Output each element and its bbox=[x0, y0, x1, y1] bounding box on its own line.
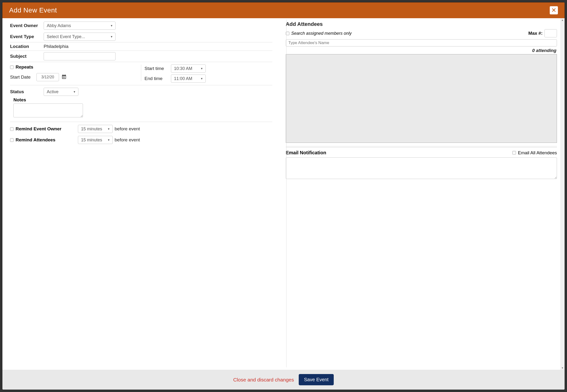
row-email-notification: Email Notification Email All Attendees bbox=[286, 150, 557, 155]
left-column: Event Owner Abby Adams Event Type Select… bbox=[10, 18, 278, 365]
label-attending-count: 0 attending bbox=[286, 48, 556, 53]
label-start-time: Start time bbox=[145, 66, 169, 71]
label-email-notification: Email Notification bbox=[286, 150, 326, 155]
schedule-left: Repeats Start Date bbox=[10, 64, 141, 81]
select-status-value: Active bbox=[47, 89, 58, 94]
select-end-time-value: 11:00 AM bbox=[174, 76, 192, 81]
select-end-time[interactable]: 11:00 AM bbox=[171, 74, 206, 83]
checkbox-repeats[interactable] bbox=[10, 65, 14, 69]
select-event-type[interactable]: Select Event Type... bbox=[44, 33, 116, 41]
label-email-all: Email All Attendees bbox=[518, 150, 557, 155]
input-subject[interactable] bbox=[44, 52, 116, 60]
scrollbar[interactable]: ▲ ▼ bbox=[560, 18, 565, 370]
label-repeats: Repeats bbox=[15, 64, 33, 70]
row-location: Location Philadelphia bbox=[10, 42, 272, 51]
checkbox-remind-attendees[interactable] bbox=[10, 138, 14, 142]
scroll-up-icon: ▲ bbox=[561, 19, 564, 21]
title-add-attendees: Add Attendees bbox=[286, 21, 557, 27]
textarea-notes[interactable] bbox=[14, 103, 83, 117]
label-remind-owner: Remind Event Owner bbox=[15, 126, 78, 132]
input-start-date[interactable] bbox=[36, 73, 59, 81]
schedule-right: Start time 10:30 AM End time 11:00 AM bbox=[141, 64, 272, 83]
text-before-event-2: before event bbox=[115, 137, 140, 142]
select-event-owner-value: Abby Adams bbox=[47, 23, 71, 28]
row-remind-owner: Remind Event Owner 15 minutes before eve… bbox=[10, 122, 272, 134]
label-start-date: Start Date bbox=[10, 74, 34, 80]
modal-title: Add New Event bbox=[9, 6, 57, 14]
row-notes: Notes bbox=[10, 97, 272, 118]
row-status: Status Active bbox=[10, 85, 272, 97]
text-before-event-1: before event bbox=[115, 126, 140, 132]
add-event-modal: Add New Event Event Owner Abby Adams Eve… bbox=[2, 2, 565, 390]
select-remind-owner-time[interactable]: 15 minutes bbox=[78, 125, 113, 133]
close-button[interactable] bbox=[550, 6, 558, 14]
row-remind-attendees: Remind Attendees 15 minutes before event bbox=[10, 134, 272, 145]
row-subject: Subject bbox=[10, 51, 272, 62]
label-status: Status bbox=[10, 89, 44, 94]
select-start-time[interactable]: 10:30 AM bbox=[171, 64, 206, 73]
row-event-type: Event Type Select Event Type... bbox=[10, 31, 272, 42]
modal-footer: Close and discard changes Save Event bbox=[2, 370, 565, 390]
value-location: Philadelphia bbox=[44, 44, 69, 49]
select-status[interactable]: Active bbox=[44, 88, 78, 96]
label-end-time: End time bbox=[145, 76, 169, 81]
textarea-email-notification[interactable] bbox=[286, 157, 557, 179]
button-save-event[interactable]: Save Event bbox=[299, 374, 334, 385]
right-column: Add Attendees Search assigned members on… bbox=[278, 18, 557, 365]
select-remind-attendees-value: 15 minutes bbox=[81, 138, 102, 142]
label-event-type: Event Type bbox=[10, 34, 44, 39]
calendar-icon[interactable] bbox=[61, 74, 67, 80]
select-start-time-value: 10:30 AM bbox=[174, 66, 192, 71]
label-remind-attendees: Remind Attendees bbox=[15, 137, 78, 142]
label-event-owner: Event Owner bbox=[10, 23, 44, 28]
link-close-discard[interactable]: Close and discard changes bbox=[233, 377, 294, 383]
scroll-down-icon: ▼ bbox=[561, 367, 564, 369]
column-divider bbox=[286, 20, 287, 367]
input-attendee-search[interactable] bbox=[286, 39, 557, 46]
modal-header: Add New Event bbox=[2, 2, 565, 18]
label-subject: Subject bbox=[10, 54, 44, 59]
modal-body: Event Owner Abby Adams Event Type Select… bbox=[2, 18, 565, 370]
select-event-type-value: Select Event Type... bbox=[47, 34, 85, 39]
row-schedule: Repeats Start Date Start time bbox=[10, 62, 272, 85]
input-max-num[interactable] bbox=[544, 29, 557, 37]
checkbox-email-all[interactable] bbox=[512, 151, 516, 154]
select-remind-owner-value: 15 minutes bbox=[81, 126, 102, 132]
row-event-owner: Event Owner Abby Adams bbox=[10, 20, 272, 31]
attendee-list-box[interactable] bbox=[286, 54, 557, 143]
label-notes: Notes bbox=[14, 97, 272, 103]
label-location: Location bbox=[10, 44, 44, 49]
label-max-num: Max #: bbox=[528, 31, 543, 36]
section-divider bbox=[286, 146, 557, 148]
row-attendee-options: Search assigned members only Max #: bbox=[286, 29, 557, 37]
close-icon bbox=[552, 6, 556, 14]
select-remind-attendees-time[interactable]: 15 minutes bbox=[78, 136, 113, 144]
select-event-owner[interactable]: Abby Adams bbox=[44, 22, 116, 30]
label-search-assigned: Search assigned members only bbox=[291, 31, 352, 36]
checkbox-remind-owner[interactable] bbox=[10, 127, 14, 131]
